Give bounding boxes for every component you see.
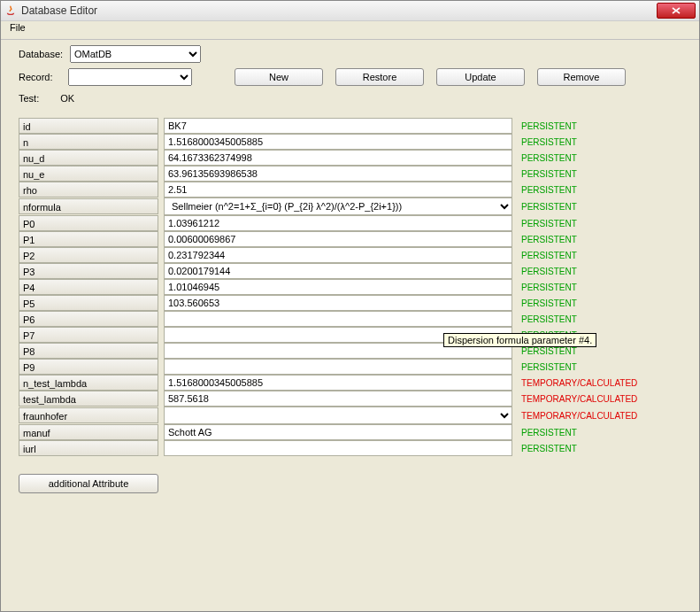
attr-status-P6: PERSISTENT [518, 314, 668, 324]
attr-value-manuf[interactable] [164, 424, 512, 440]
test-label: Test: [19, 93, 39, 104]
database-label: Database: [19, 49, 65, 59]
attr-status-fraunhofer: TEMPORARY/CALCULATED [518, 411, 668, 421]
attr-name-n_test_lambda: n_test_lambda [19, 375, 158, 391]
attr-status-P8: PERSISTENT [518, 346, 668, 356]
attr-status-test_lambda: TEMPORARY/CALCULATED [518, 394, 668, 404]
window-close-button[interactable] [657, 3, 696, 19]
attr-value-P4[interactable] [164, 279, 512, 295]
attr-status-nformula: PERSISTENT [518, 202, 668, 212]
attr-status-id: PERSISTENT [518, 121, 668, 131]
attr-value-P5[interactable] [164, 295, 512, 311]
tooltip: Dispersion formula parameter #4. [443, 333, 596, 347]
test-value: OK [60, 93, 74, 104]
attr-status-P5: PERSISTENT [518, 298, 668, 308]
attr-name-nformula: nformula [19, 198, 158, 214]
update-button[interactable]: Update [436, 68, 525, 86]
attr-name-id: id [19, 118, 158, 134]
attr-name-fraunhofer: fraunhofer [19, 407, 158, 423]
attr-value-fraunhofer[interactable] [164, 407, 512, 424]
attr-status-P1: PERSISTENT [518, 235, 668, 244]
attr-name-P9: P9 [19, 359, 158, 375]
attr-status-manuf: PERSISTENT [518, 428, 668, 438]
attr-name-P2: P2 [19, 247, 158, 263]
attr-value-n[interactable] [164, 134, 512, 150]
menubar: File [1, 21, 699, 40]
attr-status-n_test_lambda: TEMPORARY/CALCULATED [518, 378, 668, 388]
window-title: Database Editor [21, 4, 97, 17]
attr-value-P2[interactable] [164, 247, 512, 263]
record-label: Record: [19, 72, 56, 82]
record-select[interactable] [68, 68, 192, 86]
attr-value-nu_e[interactable] [164, 166, 512, 182]
attr-name-n: n [19, 134, 158, 150]
attr-status-nu_d: PERSISTENT [518, 153, 668, 163]
attr-name-P8: P8 [19, 343, 158, 359]
attr-value-P9[interactable] [164, 359, 512, 375]
attr-value-P3[interactable] [164, 263, 512, 279]
attr-value-nu_d[interactable] [164, 150, 512, 166]
attr-name-iurl: iurl [19, 440, 158, 456]
attr-name-nu_e: nu_e [19, 166, 158, 182]
attr-value-iurl[interactable] [164, 440, 512, 456]
attr-value-P0[interactable] [164, 215, 512, 231]
remove-button[interactable]: Remove [537, 68, 626, 86]
attr-value-nformula[interactable]: Sellmeier (n^2=1+Σ_{i=0} (P_{2i} λ^2)/(λ… [164, 198, 512, 215]
attr-name-P0: P0 [19, 215, 158, 231]
attr-name-P3: P3 [19, 263, 158, 279]
attr-name-test_lambda: test_lambda [19, 391, 158, 407]
attr-name-rho: rho [19, 182, 158, 198]
attr-status-P2: PERSISTENT [518, 251, 668, 260]
attr-status-rho: PERSISTENT [518, 185, 668, 195]
attr-name-P5: P5 [19, 295, 158, 311]
titlebar: Database Editor [1, 1, 699, 21]
attr-value-n_test_lambda[interactable] [164, 375, 512, 391]
additional-attribute-button[interactable]: additional Attribute [19, 474, 158, 493]
attr-value-P1[interactable] [164, 231, 512, 247]
attr-value-id[interactable] [164, 118, 512, 134]
new-button[interactable]: New [235, 68, 323, 86]
attr-value-rho[interactable] [164, 182, 512, 198]
java-icon [4, 4, 17, 17]
menu-file[interactable]: File [6, 21, 29, 34]
database-select[interactable]: OMatDB [70, 45, 201, 63]
attr-name-nu_d: nu_d [19, 150, 158, 166]
attr-name-P7: P7 [19, 327, 158, 343]
attr-status-n: PERSISTENT [518, 137, 668, 147]
attr-status-P3: PERSISTENT [518, 267, 668, 276]
restore-button[interactable]: Restore [335, 68, 424, 86]
attr-status-P9: PERSISTENT [518, 362, 668, 372]
attr-name-P4: P4 [19, 279, 158, 295]
attr-value-test_lambda[interactable] [164, 391, 512, 407]
attr-name-P1: P1 [19, 231, 158, 247]
attr-value-P6[interactable] [164, 311, 512, 327]
attr-status-nu_e: PERSISTENT [518, 169, 668, 179]
attr-name-P6: P6 [19, 311, 158, 327]
attr-name-manuf: manuf [19, 424, 158, 440]
attr-status-P4: PERSISTENT [518, 283, 668, 292]
attributes-grid: idPERSISTENTnPERSISTENTnu_dPERSISTENTnu_… [19, 118, 681, 456]
attr-status-P0: PERSISTENT [518, 219, 668, 229]
attr-status-iurl: PERSISTENT [518, 444, 668, 453]
